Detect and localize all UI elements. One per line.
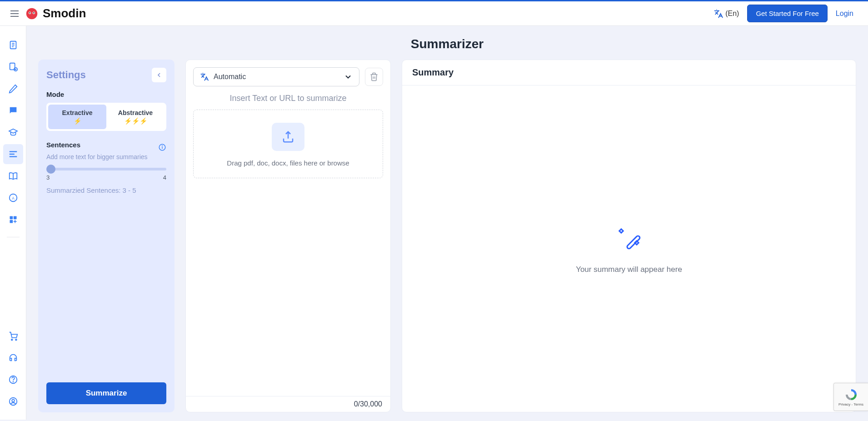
svg-point-28 [12,399,15,402]
magic-wand-icon [614,223,644,252]
recaptcha-badge[interactable]: Privacy - Terms [833,383,868,411]
tab-extractive[interactable]: Extractive ⚡ [48,105,106,129]
svg-rect-20 [10,216,13,220]
logo[interactable]: Smodin [25,6,86,20]
mode-label: Mode [46,90,166,98]
summary-count: Summarzied Sentences: 3 - 5 [46,186,166,194]
login-link[interactable]: Login [836,10,859,18]
sidebar-item-apps[interactable] [3,210,23,230]
sidebar-item-check-doc[interactable] [3,57,23,77]
sidebar-item-doc[interactable] [3,35,23,55]
header: Smodin (En) Get Started For Free Login [0,1,868,26]
collapse-button[interactable] [152,68,166,82]
slider-max: 4 [163,174,166,181]
upload-icon [272,123,304,151]
svg-point-3 [26,8,38,19]
language-value: Automatic [214,73,246,81]
panel-input: Automatic Insert Text or URL to summariz… [185,60,391,412]
header-right: (En) Get Started For Free Login [713,5,859,22]
dropzone-text: Drag pdf, doc, docx, files here or brows… [201,159,375,167]
chevron-left-icon [155,71,163,79]
svg-point-7 [33,12,35,13]
summarize-button[interactable]: Summarize [46,382,166,404]
language-selector[interactable]: (En) [713,9,739,19]
main-layout: A Summarizer Settings Mode [0,26,868,420]
chevron-down-icon [344,72,353,81]
content: Summarizer Settings Mode Extractive ⚡ [26,26,868,420]
page-title: Summarizer [26,26,868,60]
sidebar: A [0,26,26,420]
panel-settings: Settings Mode Extractive ⚡ Abstractive ⚡… [38,60,175,412]
svg-rect-34 [635,241,639,245]
output-empty-text: Your summary will appear here [576,265,682,274]
clear-button[interactable] [365,68,383,86]
slider-thumb[interactable] [46,165,55,174]
mode-tabs: Extractive ⚡ Abstractive ⚡⚡⚡ [46,103,166,131]
svg-rect-33 [619,229,623,233]
input-placeholder: Insert Text or URL to summarize [186,92,390,110]
sidebar-item-ai[interactable]: A [3,188,23,208]
recaptcha-icon [844,388,858,401]
language-dropdown[interactable]: Automatic [193,67,359,86]
sidebar-item-pencil[interactable] [3,79,23,99]
slider-labels: 3 4 [46,174,166,181]
sidebar-item-chat[interactable] [3,100,23,120]
cta-button[interactable]: Get Started For Free [747,5,827,22]
slider-min: 3 [46,174,50,181]
svg-point-24 [15,339,17,341]
translate-icon [200,72,209,81]
sidebar-item-graduation[interactable] [3,122,23,142]
svg-point-6 [29,12,30,13]
info-icon[interactable] [158,143,166,151]
trash-icon [369,72,379,81]
panels: Settings Mode Extractive ⚡ Abstractive ⚡… [26,60,868,412]
sidebar-item-profile[interactable] [3,391,23,411]
sidebar-divider [7,237,20,237]
sentences-hint: Add more text for bigger summaries [46,153,166,160]
header-left: Smodin [9,6,86,20]
output-title: Summary [402,60,856,85]
brand-name: Smodin [43,6,86,20]
sentences-slider[interactable] [46,168,166,170]
hamburger-icon[interactable] [9,8,20,19]
settings-header: Settings [46,68,166,82]
char-counter: 0/30,000 [186,396,390,412]
sidebar-item-cart[interactable] [3,326,23,346]
output-empty-state: Your summary will appear here [402,85,856,412]
logo-icon [25,7,38,20]
sidebar-item-summarizer[interactable] [3,144,23,164]
language-label: (En) [725,10,739,18]
svg-rect-21 [13,216,16,220]
sidebar-item-book[interactable] [3,166,23,186]
file-dropzone[interactable]: Drag pdf, doc, docx, files here or brows… [193,110,383,178]
svg-point-31 [162,145,163,146]
input-topbar: Automatic [186,60,390,92]
sentences-header: Sentences [46,141,166,153]
sidebar-item-support[interactable] [3,348,23,368]
svg-point-26 [13,381,13,382]
svg-text:A: A [12,196,15,200]
settings-title: Settings [46,69,86,81]
panel-output: Summary Your summary will appear here [402,60,856,412]
sidebar-item-help[interactable] [3,370,23,390]
sentences-label: Sentences [46,141,80,149]
svg-rect-22 [10,220,13,223]
tab-abstractive[interactable]: Abstractive ⚡⚡⚡ [106,105,165,129]
svg-point-23 [11,339,12,341]
